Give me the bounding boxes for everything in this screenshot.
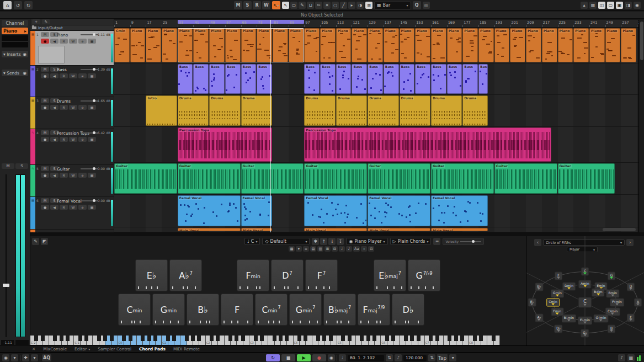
clip[interactable]: Femal Vocal (304, 195, 367, 226)
split-tool-icon[interactable]: ✂ (315, 2, 322, 9)
sends-section[interactable]: ▾ Sends◉ (2, 70, 28, 76)
black-key[interactable] (41, 336, 45, 341)
black-key[interactable] (153, 336, 157, 341)
crosshair-icon[interactable]: ✚ (22, 354, 29, 361)
clip[interactable]: Piano (621, 28, 636, 62)
black-key[interactable] (260, 336, 264, 341)
transport-dropdown-icon[interactable]: ▾ (449, 354, 456, 361)
time-stepper-icon[interactable]: ⇅ (386, 354, 393, 361)
monitor-button[interactable]: ◀ (50, 173, 58, 178)
record-arm-button[interactable]: ● (41, 105, 49, 110)
clip[interactable]: Guitar (368, 163, 430, 194)
clip[interactable]: Bass (352, 64, 367, 94)
black-key[interactable] (473, 336, 477, 341)
black-key[interactable] (78, 336, 82, 341)
black-key[interactable] (304, 336, 307, 341)
chord-pads-mini-icon[interactable]: ▾ (296, 246, 302, 252)
black-key[interactable] (348, 336, 352, 341)
read-button[interactable]: R (60, 173, 68, 178)
mute-tool-icon[interactable]: ✕ (323, 2, 331, 9)
player-mode-dropdown[interactable]: ▷ Plain Chords▾ (390, 238, 432, 245)
clip[interactable]: Piano (415, 28, 430, 62)
channel-fader-track[interactable] (6, 174, 7, 337)
write-button[interactable]: W (69, 137, 77, 142)
object-selection-tool-button[interactable]: ↖▾ (272, 1, 280, 9)
monitor-button[interactable]: ◀ (50, 137, 58, 142)
monitor-button[interactable]: ◀ (50, 105, 58, 110)
clip[interactable]: Piano (146, 28, 161, 62)
clip[interactable]: Femal Vocal (241, 195, 272, 226)
chord-pad-D7[interactable]: D7 (271, 259, 304, 291)
circle-node-E[interactable]: E♭ (528, 299, 536, 307)
chord-pad-Bmaj7[interactable]: B♭maj7 (323, 294, 356, 326)
black-key[interactable] (228, 336, 232, 341)
tab-midi-remote[interactable]: MIDI Remote (173, 347, 200, 352)
edit-channel-button[interactable]: e (78, 173, 87, 178)
crosshair-dropdown-icon[interactable]: ▾ (31, 354, 38, 361)
write-button[interactable]: W (69, 105, 77, 110)
circle-node-A[interactable]: A♭ (535, 314, 543, 322)
chord-pads-mini-icon[interactable]: ▦ (289, 246, 295, 252)
clip[interactable]: Bass (178, 64, 193, 94)
circle-node-Gmin[interactable]: Gmin (551, 289, 564, 297)
black-key[interactable] (172, 336, 176, 341)
tab-editor[interactable]: Editor▾ (74, 347, 90, 352)
track-volume-slider[interactable] (81, 132, 98, 134)
clip[interactable]: Femal Vocal (178, 195, 241, 226)
page-down-icon[interactable]: ↓ (328, 238, 336, 245)
circle-node-F[interactable]: F (555, 272, 562, 280)
instrument-icon[interactable]: ▦ (88, 173, 96, 178)
window-layout-icon[interactable]: ▭ (607, 2, 614, 9)
black-key[interactable] (34, 336, 38, 341)
circle-node-A[interactable]: A (634, 299, 642, 307)
chord-pad-Fmin[interactable]: Fmin (237, 259, 269, 291)
chord-pads-mini-icon[interactable]: ▥ (317, 246, 323, 252)
circle-node-D[interactable]: D (627, 283, 635, 291)
track-volume-slider[interactable] (81, 34, 98, 35)
black-key[interactable] (60, 336, 63, 341)
clip[interactable]: Femal Vocal (431, 195, 488, 226)
record-arm-button[interactable]: ● (41, 137, 49, 142)
clip[interactable]: Bass (209, 64, 225, 94)
clip[interactable]: Main Vocal (368, 228, 430, 231)
pre-record-icon[interactable]: ◉ (328, 354, 335, 361)
black-key[interactable] (385, 336, 389, 341)
black-key[interactable] (147, 336, 151, 341)
player-dropdown[interactable]: ◉ Piano Player▾ (346, 238, 387, 245)
chord-pad-G79[interactable]: G7/♭9 (408, 259, 440, 291)
clip[interactable]: Piano (336, 28, 352, 62)
chord-pads-mini-icon[interactable]: ♪ (346, 246, 352, 252)
track-volume-slider[interactable] (81, 200, 98, 201)
clip[interactable]: Piano (130, 28, 146, 62)
preset-dropdown[interactable]: ◇ Default▾ (262, 238, 310, 245)
chord-pad-Fmaj79[interactable]: Fmaj7/9 (358, 294, 390, 326)
playhead[interactable] (270, 20, 271, 232)
clip[interactable]: Bass (225, 64, 241, 94)
cycle-button[interactable]: ↻ (266, 354, 280, 361)
page-up-icon[interactable]: ↑ (320, 238, 327, 245)
save-preset-icon[interactable]: ↧ (337, 238, 344, 245)
track-row-piano[interactable]: ▦1MSPiano-1.11 dB●◀RWe▦ (30, 31, 114, 66)
clip[interactable]: Piano (573, 28, 589, 62)
clip[interactable]: Bass (193, 64, 209, 94)
clip[interactable]: Bass (241, 64, 257, 94)
black-key[interactable] (372, 336, 376, 341)
read-button[interactable]: R (60, 205, 68, 210)
black-key[interactable] (366, 336, 370, 341)
circle-prev-button[interactable]: ‹ (534, 239, 541, 246)
black-key[interactable] (216, 336, 220, 341)
clip[interactable]: Drums (178, 95, 209, 126)
black-key[interactable] (404, 336, 408, 341)
black-key[interactable] (235, 336, 238, 341)
clip[interactable]: Bass (384, 64, 399, 94)
read-button[interactable]: R (60, 73, 68, 78)
tab-chord-pads[interactable]: Chord Pads (139, 347, 166, 352)
edit-channel-button[interactable]: e (78, 205, 87, 210)
instrument-icon[interactable]: ▦ (88, 137, 96, 142)
circle-node-B[interactable]: B♭ (535, 283, 543, 291)
clip[interactable]: Bass (400, 64, 415, 94)
monitor-button[interactable]: ◀ (50, 205, 58, 210)
chord-pad-D[interactable]: D♭ (392, 294, 424, 326)
black-key[interactable] (297, 336, 301, 341)
black-key[interactable] (97, 336, 101, 341)
